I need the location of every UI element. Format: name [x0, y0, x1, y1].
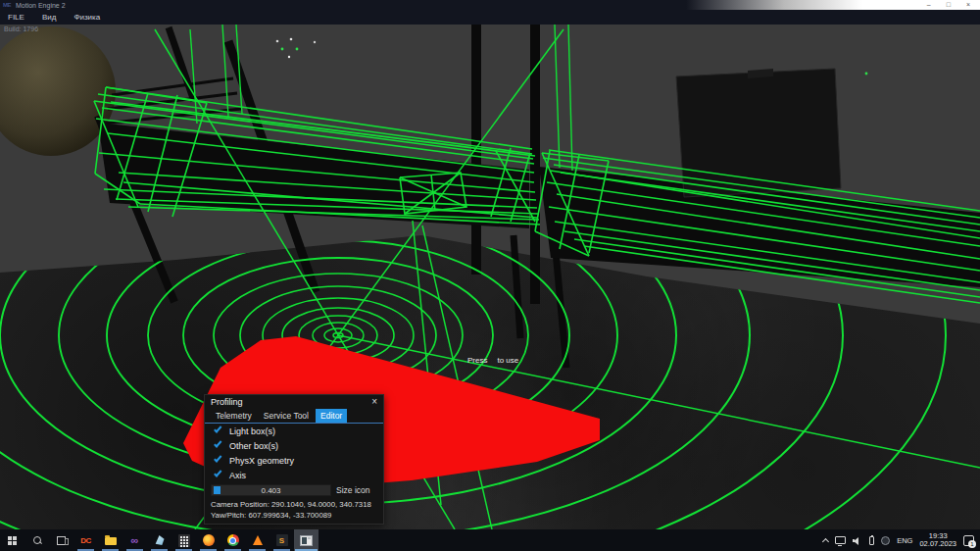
tab-telemetry[interactable]: Telemetry — [211, 409, 257, 423]
tab-editor[interactable]: Editor — [316, 409, 347, 423]
menu-physics[interactable]: Физика — [74, 13, 100, 22]
calculator-icon — [178, 534, 190, 547]
screen: ME Motion Engine 2 – □ × FILE Вид Физика — [0, 0, 980, 551]
close-button[interactable]: × — [966, 0, 970, 10]
battery-icon[interactable] — [869, 536, 874, 545]
camera-position-readout: Camera Position: 290.1040, 94.0000, 340.… — [205, 498, 383, 509]
checkbox-label: Light box(s) — [229, 426, 275, 436]
action-center-icon[interactable]: 1 — [963, 535, 974, 546]
file-explorer-icon — [105, 537, 117, 545]
slider-label: Size icon — [336, 485, 370, 495]
system-tray: ENG 19:33 02.07.2023 1 — [823, 529, 980, 551]
search-icon — [33, 536, 41, 544]
press-hint: Press to use — [467, 356, 518, 365]
menu-bar: FILE Вид Физика — [0, 10, 980, 25]
dc-app-icon: DC — [80, 536, 91, 545]
checkbox-physx-geometry[interactable]: PhysX geometry — [205, 453, 383, 468]
press-hint-right: to use — [497, 356, 518, 365]
clock[interactable]: 19:33 02.07.2023 — [919, 532, 956, 549]
volume-icon[interactable] — [853, 536, 862, 545]
checkbox-light-boxes[interactable]: Light box(s) — [205, 424, 383, 438]
clock-date: 02.07.2023 — [919, 540, 956, 549]
motion-engine-window-icon — [300, 535, 313, 546]
scene-render — [0, 25, 980, 529]
checkbox-other-boxes[interactable]: Other box(s) — [205, 438, 383, 453]
window-titlebar: ME Motion Engine 2 – □ × — [0, 0, 980, 10]
check-icon — [214, 439, 221, 448]
profiling-close-icon[interactable]: × — [371, 397, 377, 407]
size-slider-row: 0.403 Size icon — [205, 482, 383, 498]
firefox-icon — [203, 534, 215, 546]
taskbar-app-firefox[interactable] — [196, 529, 220, 551]
window-controls: – □ × — [927, 0, 980, 10]
menu-file[interactable]: FILE — [8, 13, 24, 22]
language-indicator[interactable]: ENG — [897, 536, 912, 545]
check-icon — [214, 425, 221, 433]
profiling-dialog: Profiling × Telemetry Service Tool Edito… — [204, 394, 384, 525]
tv-prop — [676, 69, 841, 197]
yaw-pitch-readout: Yaw/Pitch: 607.999634, -33.700089 — [205, 509, 383, 520]
profiling-tabs: Telemetry Service Tool Editor — [205, 409, 383, 424]
taskbar-search-button[interactable] — [24, 529, 49, 551]
check-icon — [214, 469, 221, 477]
start-button[interactable] — [0, 529, 24, 551]
task-view-button[interactable] — [49, 529, 74, 551]
app-logo-icon: ME — [3, 2, 11, 8]
taskbar-app-vlc[interactable] — [245, 529, 270, 551]
vlc-icon — [253, 535, 263, 545]
3d-viewer-icon — [155, 535, 165, 545]
slider-handle[interactable] — [214, 486, 220, 494]
taskbar-app-calculator[interactable] — [172, 529, 196, 551]
taskbar-app-file-explorer[interactable] — [98, 529, 122, 551]
tab-service-tool[interactable]: Service Tool — [259, 409, 314, 423]
taskbar-app-dc[interactable]: DC — [74, 529, 98, 551]
maximize-button[interactable]: □ — [947, 0, 951, 10]
window-title: Motion Engine 2 — [16, 2, 66, 9]
taskbar-app-sublime[interactable]: S — [270, 529, 294, 551]
checkbox-label: Other box(s) — [229, 441, 278, 451]
checkbox-label: Axis — [229, 471, 246, 480]
menu-view[interactable]: Вид — [42, 13, 56, 22]
taskbar-app-chrome[interactable] — [220, 529, 245, 551]
windows-logo-icon — [8, 536, 17, 545]
checkbox-axis[interactable]: Axis — [205, 468, 383, 482]
minimize-button[interactable]: – — [927, 0, 931, 10]
chrome-icon — [227, 534, 239, 546]
notification-badge: 1 — [968, 540, 976, 548]
press-hint-left: Press — [467, 356, 487, 365]
profiling-titlebar[interactable]: Profiling × — [205, 395, 383, 409]
taskbar-app-3d-viewer[interactable] — [147, 529, 172, 551]
slider-value: 0.403 — [212, 485, 330, 496]
taskbar-app-visual-studio[interactable]: ∞ — [122, 529, 147, 551]
network-icon[interactable] — [881, 536, 890, 545]
checkbox-label: PhysX geometry — [229, 456, 294, 466]
display-icon[interactable] — [835, 536, 846, 544]
check-icon — [214, 454, 221, 463]
tray-expand-chevron-icon[interactable] — [822, 537, 829, 544]
taskbar-app-motion-engine[interactable] — [294, 529, 318, 551]
profiling-title: Profiling — [211, 397, 243, 407]
sublime-text-icon: S — [276, 534, 288, 546]
task-view-icon — [57, 536, 66, 545]
build-label: Build: 1796 — [4, 25, 38, 32]
viewport-3d-scene[interactable] — [0, 25, 980, 529]
visual-studio-icon: ∞ — [131, 535, 139, 545]
size-slider[interactable]: 0.403 — [211, 484, 331, 496]
taskbar: DC ∞ S — [0, 529, 980, 551]
